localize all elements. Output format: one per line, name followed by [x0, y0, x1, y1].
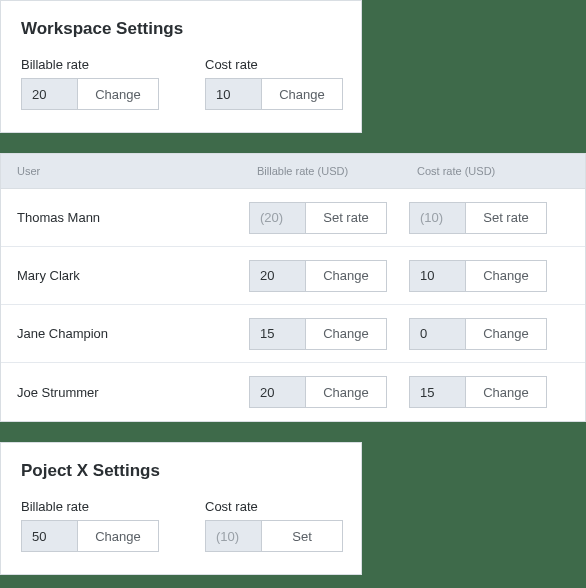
workspace-billable-control: 20 Change: [21, 78, 159, 110]
row-billable-button[interactable]: Change: [306, 319, 386, 349]
table-row: Jane Champion15Change0Change: [1, 305, 585, 363]
row-billable-button[interactable]: Change: [306, 377, 386, 407]
row-billable-button[interactable]: Set rate: [306, 203, 386, 233]
table-row: Mary Clark20Change10Change: [1, 247, 585, 305]
row-cost-cell: 10Change: [409, 260, 569, 292]
project-billable-control: 50 Change: [21, 520, 159, 552]
row-billable-value[interactable]: 20: [250, 377, 306, 407]
workspace-billable-value[interactable]: 20: [22, 79, 78, 109]
project-settings-card: Poject X Settings Billable rate 50 Chang…: [0, 442, 362, 575]
table-header: User Billable rate (USD) Cost rate (USD): [1, 153, 585, 189]
project-cost-block: Cost rate (10) Set: [205, 499, 343, 552]
workspace-settings-card: Workspace Settings Billable rate 20 Chan…: [0, 0, 362, 133]
row-billable-control: 20Change: [249, 376, 387, 408]
row-billable-button[interactable]: Change: [306, 261, 386, 291]
row-cost-value[interactable]: 15: [410, 377, 466, 407]
row-cost-button[interactable]: Change: [466, 319, 546, 349]
row-billable-cell: 20Change: [249, 376, 409, 408]
user-name: Joe Strummer: [17, 385, 249, 400]
row-cost-control: (10)Set rate: [409, 202, 547, 234]
row-billable-value[interactable]: (20): [250, 203, 306, 233]
workspace-cost-change-button[interactable]: Change: [262, 79, 342, 109]
user-name: Mary Clark: [17, 268, 249, 283]
row-cost-button[interactable]: Change: [466, 261, 546, 291]
table-header-cost: Cost rate (USD): [409, 165, 569, 177]
table-header-billable: Billable rate (USD): [249, 165, 409, 177]
project-billable-block: Billable rate 50 Change: [21, 499, 159, 552]
row-cost-cell: 0Change: [409, 318, 569, 350]
workspace-billable-label: Billable rate: [21, 57, 159, 72]
table-row: Thomas Mann(20)Set rate(10)Set rate: [1, 189, 585, 247]
user-name: Jane Champion: [17, 326, 249, 341]
workspace-cost-control: 10 Change: [205, 78, 343, 110]
row-billable-cell: 20Change: [249, 260, 409, 292]
project-billable-value[interactable]: 50: [22, 521, 78, 551]
workspace-cost-label: Cost rate: [205, 57, 343, 72]
row-cost-value[interactable]: 0: [410, 319, 466, 349]
project-cost-control: (10) Set: [205, 520, 343, 552]
project-billable-label: Billable rate: [21, 499, 159, 514]
row-cost-button[interactable]: Set rate: [466, 203, 546, 233]
workspace-title: Workspace Settings: [21, 19, 341, 39]
workspace-cost-block: Cost rate 10 Change: [205, 57, 343, 110]
row-cost-cell: 15Change: [409, 376, 569, 408]
row-billable-cell: 15Change: [249, 318, 409, 350]
row-billable-value[interactable]: 15: [250, 319, 306, 349]
table-header-user: User: [17, 165, 249, 177]
row-cost-control: 10Change: [409, 260, 547, 292]
workspace-billable-block: Billable rate 20 Change: [21, 57, 159, 110]
row-cost-cell: (10)Set rate: [409, 202, 569, 234]
user-name: Thomas Mann: [17, 210, 249, 225]
row-cost-value[interactable]: 10: [410, 261, 466, 291]
project-cost-set-button[interactable]: Set: [262, 521, 342, 551]
row-billable-control: 15Change: [249, 318, 387, 350]
workspace-cost-value[interactable]: 10: [206, 79, 262, 109]
users-rate-table: User Billable rate (USD) Cost rate (USD)…: [0, 153, 586, 422]
row-cost-control: 15Change: [409, 376, 547, 408]
row-cost-control: 0Change: [409, 318, 547, 350]
project-cost-label: Cost rate: [205, 499, 343, 514]
row-billable-control: 20Change: [249, 260, 387, 292]
row-billable-value[interactable]: 20: [250, 261, 306, 291]
table-row: Joe Strummer20Change15Change: [1, 363, 585, 421]
project-billable-change-button[interactable]: Change: [78, 521, 158, 551]
workspace-billable-change-button[interactable]: Change: [78, 79, 158, 109]
project-title: Poject X Settings: [21, 461, 341, 481]
row-billable-control: (20)Set rate: [249, 202, 387, 234]
project-cost-value[interactable]: (10): [206, 521, 262, 551]
row-cost-button[interactable]: Change: [466, 377, 546, 407]
row-cost-value[interactable]: (10): [410, 203, 466, 233]
row-billable-cell: (20)Set rate: [249, 202, 409, 234]
